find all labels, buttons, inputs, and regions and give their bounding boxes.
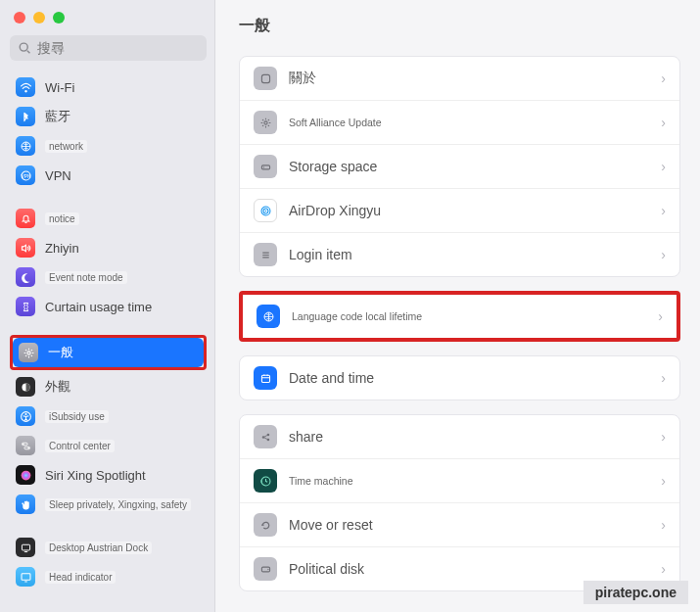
minimize-icon[interactable] [33,12,45,24]
search-field[interactable] [10,35,207,61]
siri-icon [16,465,35,485]
sidebar-item-label: Control center [45,440,115,452]
sidebar-item-network[interactable]: network [10,131,207,161]
switches-icon [16,436,35,455]
settings-sections: 關於›Soft Alliance Update›Storage space›Ai… [239,56,680,591]
chevron-right-icon: › [661,473,666,489]
sidebar-item-label: Curtain usage time [45,300,152,314]
chevron-right-icon: › [658,308,663,324]
disk-icon [254,557,277,581]
settings-row-soft-alliance-update[interactable]: Soft Alliance Update› [240,100,679,144]
sidebar-item-label: Wi-Fi [45,80,74,95]
close-icon[interactable] [14,12,25,24]
search-input[interactable] [37,40,199,56]
sidebar-item--[interactable]: 外觀 [10,372,207,401]
settings-row-share[interactable]: share› [240,415,679,458]
storage-icon [254,155,277,178]
svg-point-13 [21,470,30,480]
chevron-right-icon: › [661,517,666,533]
sidebar-item-zhiyin[interactable]: Zhiyin [10,233,207,262]
sound-icon [16,238,35,258]
sidebar-item-label: notice [45,212,79,225]
desktop-icon [16,538,35,557]
row-label: Login item [289,247,649,262]
hand-icon [16,494,35,514]
airdrop-icon [254,199,277,222]
sidebar-item-desktop-austrian-dock[interactable]: Desktop Austrian Dock [10,533,207,562]
info-icon [254,67,277,90]
sidebar-item-head-indicator[interactable]: Head indicator [10,562,207,591]
gear-icon [254,111,277,134]
svg-point-22 [264,210,266,212]
hourglass-icon [16,297,35,316]
row-label: Move or reset [289,517,649,533]
sidebar-item-vpn[interactable]: VPNVPN [10,161,207,190]
svg-point-17 [263,120,266,123]
sidebar-item-wi-fi[interactable]: Wi-Fi [10,72,207,102]
watermark: piratepc.one [583,581,688,604]
sidebar-groups: Wi-Fi藍牙networkVPNVPNnoticeZhiyinEvent no… [10,72,207,591]
sidebar-item-isubsidy-use[interactable]: iSubsidy use [10,401,207,431]
settings-row-login-item[interactable]: Login item› [240,232,679,276]
row-label: share [289,429,649,445]
settings-row-date-and-time[interactable]: Date and time› [240,356,679,400]
globe-icon [16,136,35,156]
chevron-right-icon: › [661,71,666,86]
bell-icon [16,209,35,228]
sidebar-item-notice[interactable]: notice [10,204,207,233]
svg-rect-15 [22,573,30,580]
moon-icon [16,267,35,287]
gear-icon [19,343,38,362]
sidebar-item-label: Zhiyin [45,241,79,256]
sidebar-item-control-center[interactable]: Control center [10,431,207,460]
settings-row-move-or-reset[interactable]: Move or reset› [240,502,679,546]
chevron-right-icon: › [661,115,666,130]
settings-card: 關於›Soft Alliance Update›Storage space›Ai… [239,56,680,277]
sidebar-item-label: network [45,140,87,153]
sidebar-item-label: Event note mode [45,271,127,284]
row-label: 關於 [289,70,649,87]
chevron-right-icon: › [661,561,666,577]
row-label: AirDrop Xingyu [289,203,649,218]
svg-rect-14 [22,544,29,550]
sidebar-item-curtain-usage-time[interactable]: Curtain usage time [10,292,207,321]
svg-text:VPN: VPN [21,173,30,178]
sidebar-item-event-note-mode[interactable]: Event note mode [10,262,207,292]
reset-icon [254,513,277,537]
svg-point-10 [22,443,23,445]
calendar-icon [254,366,277,390]
sidebar-item-label: Siri Xing Spotlight [45,468,146,483]
row-label: Political disk [289,561,649,577]
display-icon [16,567,35,587]
window-controls [10,10,207,35]
timemachine-icon [254,469,277,493]
svg-point-30 [267,568,268,569]
svg-point-8 [24,413,26,415]
settings-card: Language code local lifetime› [243,295,677,338]
settings-row-time-machine[interactable]: Time machine› [240,458,679,502]
svg-point-26 [266,433,269,436]
sidebar-item-label: 一般 [48,344,73,361]
settings-row-airdrop-xingyu[interactable]: AirDrop Xingyu› [240,188,679,232]
sidebar-item--[interactable]: 一般 [13,338,204,367]
chevron-right-icon: › [661,370,666,386]
settings-row-language-code-local-lifetime[interactable]: Language code local lifetime› [243,295,677,338]
row-label: Soft Alliance Update [289,117,649,128]
sidebar-item-label: iSubsidy use [45,410,109,423]
sidebar-item-sleep-privately-xingxing-safety[interactable]: Sleep privately, Xingxing, safety [10,490,207,519]
chevron-right-icon: › [661,429,666,445]
svg-rect-16 [261,74,269,82]
sidebar-item-siri-xing-spotlight[interactable]: Siri Xing Spotlight [10,460,207,490]
share-icon [254,425,277,448]
vpn-icon: VPN [16,165,35,185]
svg-rect-18 [261,165,269,168]
appearance-icon [16,377,35,397]
svg-point-19 [262,166,263,167]
settings-row--[interactable]: 關於› [240,57,679,100]
sidebar-item--[interactable]: 藍牙 [10,102,207,131]
settings-row-storage-space[interactable]: Storage space› [240,144,679,188]
svg-point-25 [261,436,264,439]
chevron-right-icon: › [661,247,666,262]
row-label: Time machine [289,475,649,487]
fullscreen-icon[interactable] [53,12,65,24]
